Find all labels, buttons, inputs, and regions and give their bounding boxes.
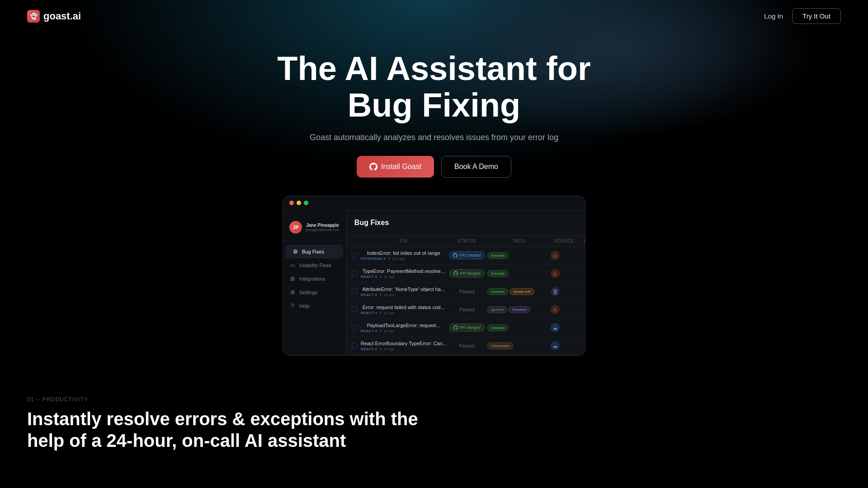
- table-row[interactable]: AttributeError: 'NoneType' object ha... …: [346, 283, 585, 301]
- productivity-label: 01 -- PRODUCTIVITY: [27, 396, 841, 403]
- help-icon: ?: [289, 303, 296, 309]
- table-row[interactable]: PayloadTooLargeError: request... REACT-4…: [346, 319, 585, 337]
- row-checkbox[interactable]: [352, 307, 357, 312]
- table-row[interactable]: React ErrorBoundary TypeError: Can... RE…: [346, 337, 585, 355]
- source-icon: ☁: [551, 341, 560, 350]
- sidebar-settings-label: Settings: [299, 290, 317, 295]
- status-badge: PR Created: [449, 251, 485, 259]
- productivity-line1: Instantly resolve errors & exceptions wi…: [27, 409, 418, 429]
- sidebar-user: JP Jane Pineapple janepple@email.com: [283, 217, 346, 241]
- nav-right: Log In Try It Out: [764, 8, 841, 24]
- logo: 👻 goast.ai: [27, 10, 81, 23]
- install-label: Install Goast: [381, 163, 421, 171]
- sidebar-integrations-label: Integrations: [299, 276, 325, 282]
- page-title: Bug Fixes: [354, 219, 389, 227]
- hero-subtitle: Goast automatically analyzes and resolve…: [9, 133, 859, 142]
- first-seen: 1 day ago: [578, 307, 585, 312]
- hero-headline-line2: Bug Fixing: [348, 86, 520, 124]
- github-icon: [369, 163, 377, 171]
- sidebar-usability-label: Usability Fixes: [299, 263, 331, 268]
- usability-icon: ▭: [289, 262, 296, 268]
- fix-name: PayloadTooLargeError: request...: [361, 323, 447, 328]
- demo-button[interactable]: Book A Demo: [441, 156, 511, 178]
- tags-cell: Solvable Needs Info: [487, 288, 551, 295]
- source-icon: 👤: [551, 287, 560, 296]
- productivity-line2: help of a 24-hour, on-call AI assistant: [27, 431, 346, 450]
- install-button[interactable]: Install Goast: [357, 156, 434, 178]
- col-first-seen: First Seen: [578, 239, 585, 244]
- bottom-section: 01 -- PRODUCTIVITY Instantly resolve err…: [0, 369, 868, 460]
- hero-buttons: Install Goast Book A Demo: [9, 156, 859, 178]
- sidebar-item-integrations[interactable]: ⊞ Integrations: [283, 272, 346, 286]
- first-seen: 2 days ago: [578, 325, 585, 330]
- avatar: JP: [289, 221, 302, 234]
- hero-headline-line1: The AI Assistant for: [277, 50, 591, 87]
- fix-name: IndexError: list index out of range: [361, 250, 447, 256]
- fix-tag: REACT-4: [361, 329, 377, 333]
- sidebar-bug-fixes-label: Bug Fixes: [302, 249, 324, 254]
- source-icon: ⚠: [551, 251, 560, 260]
- first-seen: 1 hour ago: [578, 271, 585, 276]
- tags-cell: Solvable: [487, 324, 551, 331]
- status-badge: PR Merged: [449, 269, 485, 277]
- col-tags: Tags: [487, 239, 551, 244]
- status-paused: Paused: [459, 307, 475, 312]
- fix-tag: FRONTEND-4: [361, 257, 386, 261]
- sidebar-item-bug-fixes[interactable]: ⚙ Bug Fixes: [286, 245, 343, 258]
- try-it-out-button[interactable]: Try It Out: [792, 8, 841, 24]
- main-content: Bug Fixes + Create Fix Fix Status Tags S…: [346, 210, 585, 355]
- fix-tag: REACT-4: [361, 311, 377, 315]
- source-icon: ⚠: [551, 269, 560, 278]
- fix-time: ⏱ 30s ago: [387, 257, 405, 261]
- sidebar-item-settings[interactable]: ⚙ Settings: [283, 286, 346, 299]
- dashboard-inner: JP Jane Pineapple janepple@email.com ⚙ B…: [283, 210, 585, 355]
- col-fix: Fix: [361, 239, 447, 244]
- login-button[interactable]: Log In: [764, 12, 783, 20]
- status-paused: Paused: [459, 343, 475, 348]
- dashboard-wrapper: JP Jane Pineapple janepple@email.com ⚙ B…: [9, 196, 859, 356]
- table-row[interactable]: TypeError: PaymentMethod.resolve... REAC…: [346, 265, 585, 283]
- tags-cell: Solvable: [487, 270, 551, 277]
- status-paused: Paused: [459, 289, 475, 294]
- brand-name: goast.ai: [43, 10, 81, 22]
- tags-cell: Obfuscated: [487, 343, 551, 349]
- first-seen: Just now: [578, 253, 585, 258]
- sidebar-item-help[interactable]: ? Help: [283, 299, 346, 313]
- productivity-headline: Instantly resolve errors & exceptions wi…: [27, 408, 841, 451]
- row-checkbox[interactable]: [352, 343, 357, 348]
- table-row[interactable]: IndexError: list index out of range FRON…: [346, 247, 585, 265]
- sidebar-help-label: Help: [299, 303, 310, 309]
- source-icon: ⚠: [551, 305, 560, 314]
- tags-cell: Ignored Transient: [487, 306, 551, 313]
- user-name: Jane Pineapple: [306, 223, 340, 228]
- fix-time: ⏱ 2d ago: [379, 347, 395, 351]
- status-badge: PR Merged: [449, 324, 485, 332]
- fix-name: React ErrorBoundary TypeError: Can...: [361, 341, 447, 346]
- user-info: Jane Pineapple janepple@email.com: [306, 223, 340, 232]
- source-icon: ☁: [551, 323, 560, 332]
- first-seen: 1 day ago: [578, 289, 585, 294]
- table-row[interactable]: Error: request failed with status cod...…: [346, 301, 585, 319]
- row-checkbox[interactable]: [352, 271, 357, 276]
- row-checkbox[interactable]: [352, 289, 357, 294]
- first-seen: 2 days ago: [578, 343, 585, 348]
- settings-icon: ⚙: [289, 289, 296, 296]
- tags-cell: Solvable: [487, 252, 551, 259]
- dashboard: JP Jane Pineapple janepple@email.com ⚙ B…: [283, 196, 585, 356]
- hero-section: The AI Assistant for Bug Fixing Goast au…: [0, 32, 868, 369]
- main-header: Bug Fixes + Create Fix: [346, 210, 585, 236]
- fix-time: ⏱ 1h ago: [379, 275, 395, 279]
- row-checkbox[interactable]: [352, 253, 357, 258]
- logo-icon: 👻: [27, 10, 40, 23]
- col-source: Source: [551, 239, 578, 244]
- sidebar-item-usability[interactable]: ▭ Usability Fixes: [283, 258, 346, 272]
- fix-name: Error: request failed with status cod...: [361, 305, 447, 310]
- fix-tag: REACT-4: [361, 293, 377, 297]
- bug-icon: ⚙: [292, 249, 298, 255]
- integrations-icon: ⊞: [289, 276, 296, 282]
- fix-tag: REACT-4: [361, 347, 377, 351]
- sidebar: JP Jane Pineapple janepple@email.com ⚙ B…: [283, 210, 346, 355]
- fix-tag: REACT-4: [361, 275, 377, 279]
- row-checkbox[interactable]: [352, 325, 357, 330]
- fix-time: ⏱ 1d ago: [379, 311, 395, 315]
